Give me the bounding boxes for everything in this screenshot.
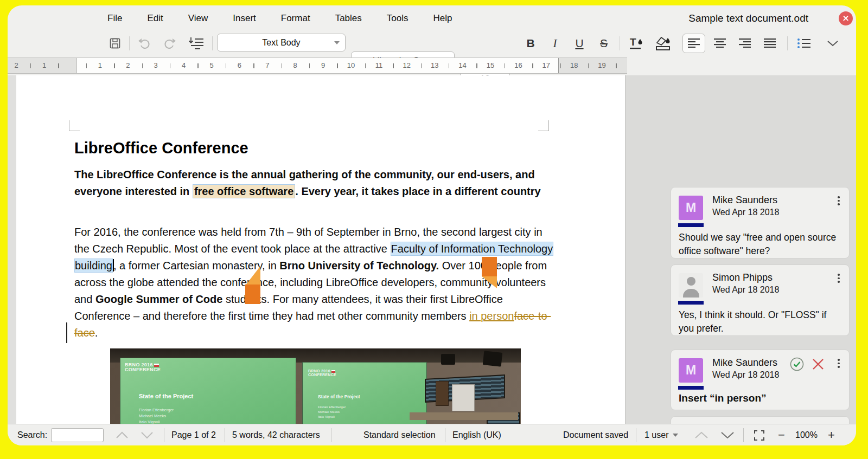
italic-button[interactable]: I xyxy=(545,34,565,53)
zoom-in-button[interactable]: + xyxy=(828,424,835,445)
scroll-next-button[interactable] xyxy=(718,424,737,445)
user-count-dropdown[interactable]: 1 user xyxy=(644,424,678,445)
intro-paragraph[interactable]: The LibreOffice Conference is the annual… xyxy=(74,166,559,200)
zoom-level[interactable]: 100% xyxy=(795,424,818,445)
ruler-number: 15 xyxy=(487,58,494,73)
ruler-number: 11 xyxy=(375,58,383,73)
menu-format[interactable]: Format xyxy=(281,13,310,24)
ruler-tick xyxy=(309,63,310,68)
reject-change-icon[interactable] xyxy=(811,357,825,371)
document-title: Sample text document.odt xyxy=(688,12,808,24)
slide-bullet: Michael Meeks xyxy=(318,410,346,415)
undo-button[interactable] xyxy=(136,34,154,53)
search-next-button[interactable] xyxy=(139,424,155,445)
ruler-number: 9 xyxy=(321,58,325,73)
ruler-tick xyxy=(253,63,254,68)
ruler-number: 2 xyxy=(15,58,18,73)
save-button[interactable] xyxy=(106,34,124,53)
collaborator-cursor-flag[interactable] xyxy=(481,257,497,288)
font-color-icon: T xyxy=(628,36,644,51)
align-center-button[interactable] xyxy=(709,34,731,53)
search-previous-button[interactable] xyxy=(114,424,130,445)
document-heading[interactable]: LibreOffice Conference xyxy=(74,139,248,157)
photo-door xyxy=(436,381,449,406)
document-page[interactable]: LibreOffice Conference The LibreOffice C… xyxy=(16,75,626,424)
close-icon[interactable] xyxy=(839,11,853,25)
save-status: Document saved xyxy=(563,424,628,445)
word-count-status[interactable]: 5 words, 42 characters xyxy=(232,424,320,445)
menu-view[interactable]: View xyxy=(188,13,208,24)
comment-card[interactable]: M Mike Saunders Wed Apr 18 2018 Should w… xyxy=(671,187,850,258)
menu-tables[interactable]: Tables xyxy=(335,13,362,24)
chevron-down-icon xyxy=(334,41,340,44)
accept-change-icon[interactable] xyxy=(789,357,805,372)
ruler-number: 1 xyxy=(98,58,102,73)
menu-help[interactable]: Help xyxy=(433,13,452,24)
align-right-button[interactable] xyxy=(733,34,756,53)
justify-button[interactable] xyxy=(758,34,781,53)
strikethrough-button[interactable]: S xyxy=(594,34,614,53)
formatting-toolbar: Text Body Liberation Sans 12 B I U S T xyxy=(8,31,856,56)
photo-screen-right: BRNO 2016 CONFERENCE State of the Projec… xyxy=(303,363,426,424)
zoom-out-button[interactable]: − xyxy=(778,424,785,445)
redo-icon xyxy=(162,37,176,50)
comment-card[interactable]: Simon Phipps Wed Apr 18 2018 Yes, I thin… xyxy=(671,264,850,336)
slide-brand2: CONFERENCE xyxy=(308,373,336,377)
formatting-marks-button[interactable] xyxy=(186,34,207,53)
photo-screen-left: BRNO 2016 CONFERENCE State of the Projec… xyxy=(120,358,296,424)
comment-card-partial[interactable] xyxy=(671,416,850,424)
author-color-bar xyxy=(678,301,704,305)
comment-menu-icon[interactable] xyxy=(835,359,843,371)
ruler-tick xyxy=(337,63,338,68)
comment-date: Wed Apr 18 2018 xyxy=(712,370,779,380)
tracked-change-card[interactable]: M Mike Saunders Wed Apr 18 2018 xyxy=(671,350,850,410)
conference-photo[interactable]: BRNO 2016 CONFERENCE State of the Projec… xyxy=(110,348,521,424)
zoom-fit-button[interactable] xyxy=(754,424,764,445)
comment-menu-icon[interactable] xyxy=(835,196,843,208)
change-summary: Insert “in person” xyxy=(679,391,843,405)
scroll-previous-button[interactable] xyxy=(692,424,711,445)
czech-flag-icon xyxy=(331,370,335,373)
highlight-color-button[interactable] xyxy=(651,34,675,53)
paragraph-style-dropdown[interactable]: Text Body xyxy=(217,34,346,51)
slide-brand: BRNO 2016 xyxy=(308,369,330,373)
page-number-status[interactable]: Page 1 of 2 xyxy=(171,424,216,445)
ruler-number: 16 xyxy=(514,58,522,73)
comment-menu-icon[interactable] xyxy=(835,274,843,286)
collaborator-cursor-flag[interactable] xyxy=(243,266,260,304)
font-color-button[interactable]: T xyxy=(625,34,647,53)
highlight-color-icon xyxy=(654,35,672,51)
ruler-number: 14 xyxy=(458,58,466,73)
ruler-tick xyxy=(282,63,283,68)
ruler-tick xyxy=(114,63,115,68)
ruler-number: 2 xyxy=(126,58,130,73)
redo-button[interactable] xyxy=(160,34,178,53)
ruler-tick xyxy=(532,63,533,68)
ruler-number: 10 xyxy=(347,58,355,73)
selection-mode-status[interactable]: Standard selection xyxy=(363,424,436,445)
comment-author: Mike Saunders xyxy=(712,357,777,369)
menu-tools[interactable]: Tools xyxy=(387,13,409,24)
align-left-button[interactable] xyxy=(682,34,705,53)
bold-button[interactable]: B xyxy=(521,34,540,53)
author-color-bar xyxy=(678,386,704,390)
text-boundary-corner xyxy=(69,120,80,131)
ruler-number: 1 xyxy=(42,58,46,73)
horizontal-ruler[interactable]: 2112345678910111213141516171819 xyxy=(8,56,856,75)
toolbar-overflow-button[interactable] xyxy=(823,34,843,53)
menu-file[interactable]: File xyxy=(107,13,122,24)
slide-bullet: Florian Effenberger xyxy=(318,405,346,410)
bullet-list-button[interactable] xyxy=(793,34,815,53)
menu-insert[interactable]: Insert xyxy=(233,13,256,24)
ruler-tick xyxy=(616,63,617,68)
search-input[interactable] xyxy=(51,428,104,442)
slide-brand2: CONFERENCE xyxy=(125,367,161,372)
photo-projector xyxy=(441,354,455,365)
photo-speaker xyxy=(483,351,503,366)
language-status[interactable]: English (UK) xyxy=(452,424,501,445)
underline-button[interactable]: U xyxy=(570,34,589,53)
menu-edit[interactable]: Edit xyxy=(147,13,163,24)
ruler-number: 6 xyxy=(238,58,241,73)
chevron-down-icon xyxy=(673,434,678,437)
formatting-marks-icon xyxy=(188,36,205,50)
